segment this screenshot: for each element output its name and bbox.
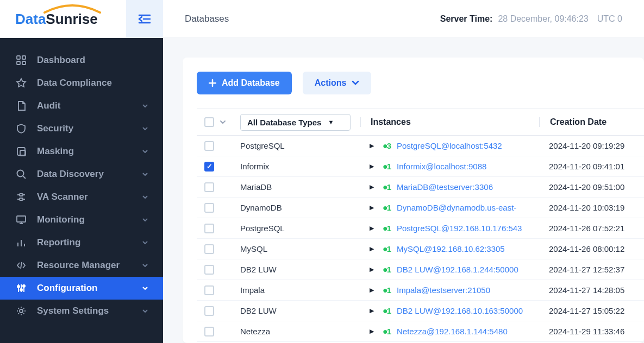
caret-right-icon[interactable]: ▶ bbox=[370, 225, 374, 232]
caret-right-icon[interactable]: ▶ bbox=[370, 142, 374, 149]
caret-right-icon[interactable]: ▶ bbox=[370, 204, 374, 211]
header-creation-date[interactable]: Creation Date bbox=[539, 117, 644, 127]
sidebar-item-audit[interactable]: Audit bbox=[0, 94, 163, 117]
row-checkbox[interactable] bbox=[204, 162, 214, 172]
svg-point-22 bbox=[17, 285, 20, 288]
instance-link[interactable]: MySQL@192.168.10.62:3305 bbox=[397, 244, 505, 253]
star-icon bbox=[15, 77, 27, 89]
row-checkbox-cell bbox=[197, 265, 235, 275]
row-type: PostgreSQL bbox=[235, 224, 360, 233]
instance-link[interactable]: Netezza@192.168.1.144:5480 bbox=[397, 327, 508, 336]
row-creation-date: 2024-11-20 09:51:00 bbox=[539, 182, 644, 192]
instance-link[interactable]: Impala@testserver:21050 bbox=[397, 285, 490, 295]
row-instance-cell: ▶●1MariaDB@testserver:3306 bbox=[360, 182, 539, 192]
row-checkbox[interactable] bbox=[204, 203, 214, 213]
caret-right-icon[interactable]: ▶ bbox=[370, 287, 374, 294]
instance-link[interactable]: DB2 LUW@192.168.1.244:50000 bbox=[397, 265, 518, 274]
row-creation-date: 2024-11-27 14:28:05 bbox=[539, 285, 644, 295]
sidebar-item-label: Configuration bbox=[37, 283, 142, 294]
instance-link[interactable]: DB2 LUW@192.168.10.163:50000 bbox=[397, 306, 523, 315]
row-checkbox[interactable] bbox=[204, 285, 214, 295]
sidebar-item-resource-manager[interactable]: Resource Manager bbox=[0, 254, 163, 277]
row-type: DB2 LUW bbox=[235, 306, 360, 315]
sidebar-item-system-settings[interactable]: System Settings bbox=[0, 300, 163, 322]
instance-count: 3 bbox=[387, 141, 391, 150]
caret-right-icon[interactable]: ▶ bbox=[370, 328, 374, 335]
caret-right-icon[interactable]: ▶ bbox=[370, 183, 374, 190]
svg-rect-4 bbox=[22, 56, 26, 59]
caret-right-icon[interactable]: ▶ bbox=[370, 307, 374, 314]
row-checkbox[interactable] bbox=[204, 244, 214, 254]
sidebar: Data Sunrise DashboardData Complia bbox=[0, 0, 163, 343]
sidebar-item-label: VA Scanner bbox=[37, 192, 142, 202]
svg-line-20 bbox=[21, 262, 22, 269]
caret-right-icon[interactable]: ▶ bbox=[370, 245, 374, 252]
row-creation-date: 2024-11-20 09:41:01 bbox=[539, 162, 644, 171]
sidebar-collapse-button[interactable] bbox=[126, 0, 163, 38]
header-instances[interactable]: Instances bbox=[360, 117, 539, 127]
row-checkbox[interactable] bbox=[204, 265, 214, 275]
row-checkbox[interactable] bbox=[204, 141, 214, 151]
gear-icon bbox=[15, 305, 27, 317]
add-database-button[interactable]: Add Database bbox=[197, 72, 292, 94]
logo[interactable]: Data Sunrise bbox=[0, 0, 126, 38]
svg-marker-7 bbox=[17, 79, 26, 87]
breadcrumb: Databases bbox=[185, 14, 229, 24]
file-icon bbox=[15, 100, 27, 112]
row-checkbox[interactable] bbox=[204, 306, 214, 316]
instance-link[interactable]: PostgreSQL@localhost:5432 bbox=[397, 141, 502, 150]
main: Databases Server Time: 28 December, 09:4… bbox=[163, 0, 644, 343]
sidebar-item-configuration[interactable]: Configuration bbox=[0, 277, 163, 300]
row-checkbox[interactable] bbox=[204, 327, 214, 336]
row-checkbox[interactable] bbox=[204, 182, 214, 192]
database-type-filter[interactable]: All Database Types ▼ bbox=[240, 114, 351, 131]
header-checkbox-cell bbox=[197, 117, 235, 127]
sliders-icon bbox=[15, 282, 27, 294]
instance-count: 1 bbox=[387, 203, 391, 212]
databases-table: All Database Types ▼ Instances Creation … bbox=[197, 109, 644, 342]
server-time-value: 28 December, 09:46:23 bbox=[498, 14, 588, 24]
server-time-label: Server Time: bbox=[440, 14, 493, 24]
sidebar-item-monitoring[interactable]: Monitoring bbox=[0, 208, 163, 231]
row-checkbox[interactable] bbox=[204, 224, 214, 233]
logo-part1: Data bbox=[15, 11, 46, 27]
header-type-cell: All Database Types ▼ bbox=[235, 114, 360, 131]
sidebar-item-dashboard[interactable]: Dashboard bbox=[0, 49, 163, 72]
sidebar-item-va-scanner[interactable]: VA Scanner bbox=[0, 186, 163, 208]
sidebar-item-data-compliance[interactable]: Data Compliance bbox=[0, 72, 163, 94]
scan-icon bbox=[15, 191, 27, 203]
row-checkbox-cell bbox=[197, 224, 235, 233]
row-instance-cell: ▶●1Netezza@192.168.1.144:5480 bbox=[360, 327, 539, 336]
row-checkbox-cell bbox=[197, 306, 235, 316]
row-checkbox-cell bbox=[197, 285, 235, 295]
sidebar-item-security[interactable]: Security bbox=[0, 117, 163, 140]
table-row: PostgreSQL▶●1PostgreSQL@192.168.10.176:5… bbox=[197, 218, 644, 239]
instance-link[interactable]: MariaDB@testserver:3306 bbox=[397, 182, 493, 192]
chevron-down-icon bbox=[142, 195, 148, 199]
instance-link[interactable]: Informix@localhost:9088 bbox=[397, 162, 486, 171]
caret-right-icon[interactable]: ▶ bbox=[370, 266, 374, 273]
instance-count: 1 bbox=[387, 224, 391, 233]
sidebar-item-reporting[interactable]: Reporting bbox=[0, 231, 163, 254]
row-instance-cell: ▶●1Informix@localhost:9088 bbox=[360, 162, 539, 171]
sidebar-item-masking[interactable]: Masking bbox=[0, 140, 163, 163]
actions-button[interactable]: Actions bbox=[303, 72, 372, 94]
row-type: Netezza bbox=[235, 327, 360, 336]
table-row: DB2 LUW▶●1DB2 LUW@192.168.1.244:50000202… bbox=[197, 259, 644, 280]
sidebar-item-label: Data Discovery bbox=[37, 169, 142, 180]
svg-rect-13 bbox=[20, 198, 23, 200]
sidebar-item-label: Audit bbox=[37, 100, 142, 111]
instance-link[interactable]: DynamoDB@dynamodb.us-east- bbox=[397, 203, 516, 212]
row-type: MySQL bbox=[235, 244, 360, 253]
sidebar-item-data-discovery[interactable]: Data Discovery bbox=[0, 163, 163, 186]
row-checkbox-cell bbox=[197, 244, 235, 254]
sidebar-header: Data Sunrise bbox=[0, 0, 163, 38]
row-creation-date: 2024-11-29 11:33:46 bbox=[539, 327, 644, 336]
caret-right-icon[interactable]: ▶ bbox=[370, 163, 374, 170]
table-header-row: All Database Types ▼ Instances Creation … bbox=[197, 109, 644, 136]
caret-down-icon: ▼ bbox=[328, 119, 334, 125]
table-row: DynamoDB▶●1DynamoDB@dynamodb.us-east-202… bbox=[197, 198, 644, 218]
select-all-checkbox[interactable] bbox=[204, 117, 214, 127]
instance-link[interactable]: PostgreSQL@192.168.10.176:543 bbox=[397, 224, 522, 233]
chevron-down-icon[interactable] bbox=[220, 120, 226, 124]
